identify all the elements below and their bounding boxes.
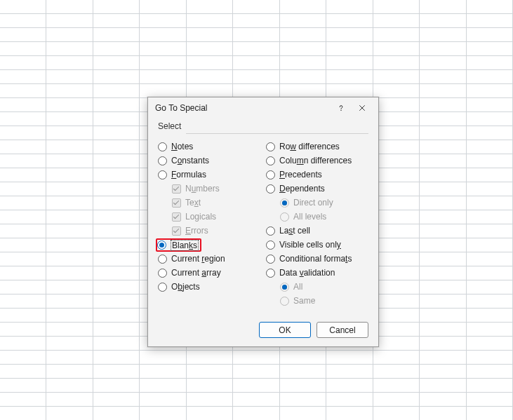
grid-cell[interactable]	[420, 266, 466, 280]
grid-cell[interactable]	[46, 280, 93, 294]
grid-cell[interactable]	[0, 98, 46, 112]
grid-cell[interactable]	[140, 56, 186, 70]
grid-cell[interactable]	[46, 365, 93, 379]
grid-cell[interactable]	[46, 98, 93, 112]
grid-cell[interactable]	[373, 56, 420, 70]
radio-notes[interactable]: Notes	[158, 140, 260, 154]
close-button[interactable]	[352, 98, 373, 118]
grid-cell[interactable]	[187, 351, 233, 365]
grid-cell[interactable]	[373, 309, 420, 323]
grid-cell[interactable]	[373, 0, 420, 14]
grid-cell[interactable]	[93, 42, 140, 56]
radio-formulas[interactable]: Formulas	[158, 168, 260, 182]
grid-cell[interactable]	[420, 154, 466, 168]
grid-cell[interactable]	[140, 70, 186, 84]
grid-cell[interactable]	[280, 393, 326, 407]
grid-cell[interactable]	[373, 112, 420, 126]
grid-cell[interactable]	[326, 56, 373, 70]
grid-cell[interactable]	[46, 337, 93, 351]
grid-cell[interactable]	[93, 252, 140, 266]
grid-cell[interactable]	[93, 0, 140, 14]
grid-cell[interactable]	[46, 379, 93, 393]
grid-cell[interactable]	[373, 238, 420, 252]
grid-cell[interactable]	[280, 407, 326, 420]
grid-cell[interactable]	[373, 323, 420, 337]
grid-cell[interactable]	[280, 365, 326, 379]
grid-cell[interactable]	[373, 365, 420, 379]
grid-cell[interactable]	[373, 14, 420, 28]
grid-cell[interactable]	[46, 407, 93, 420]
grid-cell[interactable]	[326, 42, 373, 56]
grid-cell[interactable]	[93, 210, 140, 224]
grid-cell[interactable]	[93, 168, 140, 182]
grid-cell[interactable]	[420, 323, 466, 337]
grid-cell[interactable]	[280, 14, 326, 28]
grid-cell[interactable]	[46, 84, 93, 98]
grid-cell[interactable]	[0, 140, 46, 154]
grid-cell[interactable]	[467, 323, 513, 337]
grid-cell[interactable]	[373, 224, 420, 238]
grid-cell[interactable]	[93, 337, 140, 351]
grid-cell[interactable]	[420, 14, 466, 28]
grid-cell[interactable]	[187, 0, 233, 14]
grid-cell[interactable]	[373, 42, 420, 56]
grid-cell[interactable]	[467, 379, 513, 393]
grid-cell[interactable]	[233, 407, 279, 420]
grid-cell[interactable]	[373, 266, 420, 280]
grid-cell[interactable]	[0, 84, 46, 98]
grid-cell[interactable]	[420, 42, 466, 56]
grid-cell[interactable]	[373, 407, 420, 420]
grid-cell[interactable]	[467, 98, 513, 112]
grid-cell[interactable]	[0, 42, 46, 56]
grid-cell[interactable]	[0, 379, 46, 393]
grid-cell[interactable]	[467, 309, 513, 323]
grid-cell[interactable]	[373, 252, 420, 266]
grid-cell[interactable]	[140, 84, 186, 98]
grid-cell[interactable]	[467, 393, 513, 407]
grid-cell[interactable]	[46, 70, 93, 84]
grid-cell[interactable]	[46, 210, 93, 224]
grid-cell[interactable]	[467, 84, 513, 98]
grid-cell[interactable]	[467, 224, 513, 238]
grid-cell[interactable]	[420, 393, 466, 407]
grid-cell[interactable]	[280, 42, 326, 56]
grid-cell[interactable]	[420, 252, 466, 266]
grid-cell[interactable]	[46, 168, 93, 182]
radio-cond-formats[interactable]: Conditional formats	[266, 252, 368, 266]
grid-cell[interactable]	[233, 351, 279, 365]
grid-cell[interactable]	[280, 28, 326, 42]
grid-cell[interactable]	[233, 393, 279, 407]
grid-cell[interactable]	[326, 407, 373, 420]
grid-cell[interactable]	[373, 168, 420, 182]
grid-cell[interactable]	[0, 365, 46, 379]
grid-cell[interactable]	[467, 365, 513, 379]
grid-cell[interactable]	[280, 0, 326, 14]
grid-cell[interactable]	[420, 140, 466, 154]
grid-cell[interactable]	[467, 294, 513, 309]
grid-cell[interactable]	[0, 168, 46, 182]
grid-cell[interactable]	[46, 351, 93, 365]
grid-cell[interactable]	[140, 42, 186, 56]
grid-cell[interactable]	[280, 56, 326, 70]
grid-cell[interactable]	[187, 70, 233, 84]
grid-cell[interactable]	[46, 294, 93, 309]
grid-cell[interactable]	[373, 379, 420, 393]
grid-cell[interactable]	[46, 0, 93, 14]
grid-cell[interactable]	[373, 351, 420, 365]
grid-cell[interactable]	[420, 238, 466, 252]
grid-cell[interactable]	[93, 224, 140, 238]
grid-cell[interactable]	[187, 56, 233, 70]
grid-cell[interactable]	[280, 351, 326, 365]
grid-cell[interactable]	[140, 28, 186, 42]
grid-cell[interactable]	[467, 56, 513, 70]
grid-cell[interactable]	[373, 140, 420, 154]
grid-cell[interactable]	[187, 379, 233, 393]
grid-cell[interactable]	[467, 126, 513, 140]
grid-cell[interactable]	[420, 224, 466, 238]
grid-cell[interactable]	[233, 56, 279, 70]
radio-data-validation[interactable]: Data validation	[266, 266, 368, 280]
grid-cell[interactable]	[0, 28, 46, 42]
grid-cell[interactable]	[467, 112, 513, 126]
grid-cell[interactable]	[373, 182, 420, 196]
grid-cell[interactable]	[373, 210, 420, 224]
